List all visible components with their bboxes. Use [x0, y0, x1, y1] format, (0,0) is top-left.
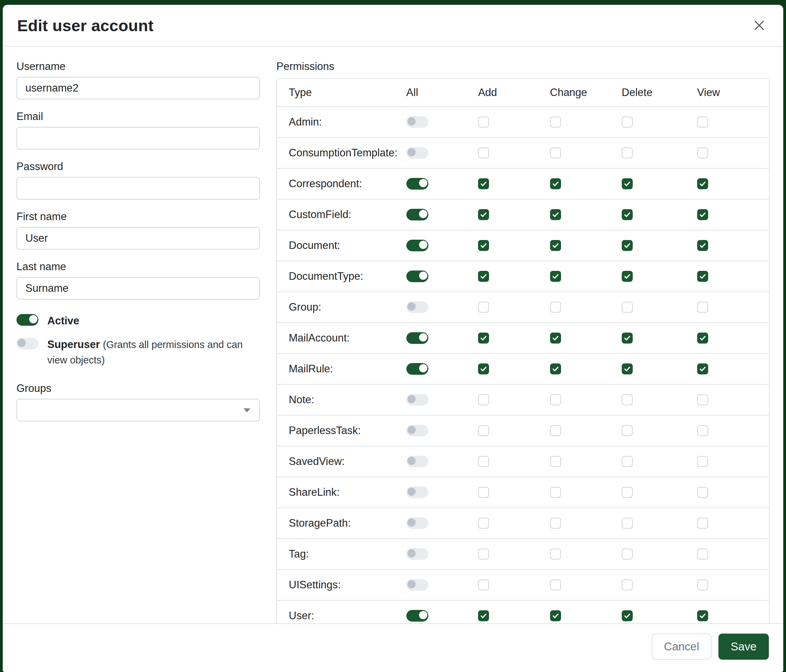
permission-change-checkbox[interactable]: [550, 271, 561, 282]
permission-view-checkbox[interactable]: [697, 518, 708, 529]
permission-delete-checkbox[interactable]: [622, 487, 633, 498]
permission-all-toggle[interactable]: [406, 332, 428, 344]
permission-add-checkbox[interactable]: [478, 271, 489, 282]
permission-delete-checkbox[interactable]: [622, 456, 633, 467]
permission-view-checkbox[interactable]: [697, 549, 708, 559]
permission-delete-checkbox[interactable]: [622, 148, 633, 159]
permission-all-toggle[interactable]: [406, 456, 428, 467]
permission-view-checkbox[interactable]: [697, 148, 708, 159]
permission-add-checkbox[interactable]: [478, 456, 489, 467]
permission-view-checkbox[interactable]: [697, 394, 708, 405]
permission-view-checkbox[interactable]: [697, 333, 708, 344]
permissions-table: Type All Add Change Delete View Admin:: [277, 78, 770, 623]
permission-all-toggle[interactable]: [406, 548, 428, 560]
permission-all-toggle[interactable]: [406, 116, 428, 128]
permission-delete-checkbox[interactable]: [622, 363, 633, 374]
permission-delete-checkbox[interactable]: [622, 178, 633, 189]
permission-add-checkbox[interactable]: [478, 333, 489, 344]
permission-add-checkbox[interactable]: [478, 363, 489, 374]
permission-all-toggle[interactable]: [406, 147, 428, 159]
cancel-button[interactable]: Cancel: [652, 634, 712, 659]
permission-add-checkbox[interactable]: [478, 518, 489, 529]
password-input[interactable]: [16, 177, 260, 199]
permission-all-toggle[interactable]: [406, 270, 428, 282]
permission-change-checkbox[interactable]: [550, 333, 561, 344]
permission-add-checkbox[interactable]: [478, 209, 489, 220]
permission-add-checkbox[interactable]: [478, 240, 489, 251]
permission-delete-checkbox[interactable]: [622, 518, 633, 529]
permission-change-checkbox[interactable]: [550, 302, 561, 313]
permission-add-checkbox[interactable]: [478, 394, 489, 405]
permission-all-toggle[interactable]: [406, 487, 428, 498]
first-name-input[interactable]: [16, 227, 260, 250]
permission-change-checkbox[interactable]: [550, 456, 561, 467]
permission-change-checkbox[interactable]: [550, 487, 561, 498]
permission-view-checkbox[interactable]: [697, 240, 708, 251]
permission-change-checkbox[interactable]: [550, 518, 561, 529]
permission-all-toggle[interactable]: [406, 394, 428, 406]
permission-delete-checkbox[interactable]: [622, 240, 633, 251]
permission-delete-checkbox[interactable]: [622, 271, 633, 282]
last-name-input[interactable]: [16, 277, 260, 300]
permission-change-checkbox[interactable]: [550, 394, 561, 405]
permission-delete-checkbox[interactable]: [622, 302, 633, 313]
permission-change-checkbox[interactable]: [550, 610, 561, 621]
permission-add-checkbox[interactable]: [478, 425, 489, 436]
permission-change-checkbox[interactable]: [550, 579, 561, 590]
permission-add-checkbox[interactable]: [478, 178, 489, 189]
permission-view-checkbox[interactable]: [697, 209, 708, 220]
permission-delete-checkbox[interactable]: [622, 333, 633, 344]
permission-add-checkbox[interactable]: [478, 579, 489, 590]
permission-change-checkbox[interactable]: [550, 363, 561, 374]
permission-view-checkbox[interactable]: [697, 363, 708, 374]
permission-all-toggle[interactable]: [406, 425, 428, 436]
permission-change-checkbox[interactable]: [550, 240, 561, 251]
permission-all-toggle[interactable]: [406, 610, 428, 622]
permission-view-checkbox[interactable]: [697, 579, 708, 590]
permission-all-toggle[interactable]: [406, 240, 428, 251]
permission-all-toggle[interactable]: [406, 363, 428, 375]
permission-add-checkbox[interactable]: [478, 302, 489, 313]
permission-change-checkbox[interactable]: [550, 209, 561, 220]
permission-view-checkbox[interactable]: [697, 116, 708, 127]
user-form: Username Email Password First name Last …: [16, 60, 260, 617]
permission-add-checkbox[interactable]: [478, 116, 489, 127]
permission-view-checkbox[interactable]: [697, 425, 708, 436]
email-input[interactable]: [16, 127, 260, 149]
permission-change-checkbox[interactable]: [550, 116, 561, 127]
permission-all-toggle[interactable]: [406, 301, 428, 313]
check-icon: [623, 612, 631, 620]
superuser-toggle[interactable]: [16, 338, 38, 349]
permission-all-toggle[interactable]: [406, 209, 428, 220]
permission-view-checkbox[interactable]: [697, 178, 708, 189]
permission-add-checkbox[interactable]: [478, 487, 489, 498]
username-input[interactable]: [16, 77, 260, 99]
groups-select[interactable]: [16, 399, 260, 421]
permission-change-checkbox[interactable]: [550, 549, 561, 559]
permission-view-checkbox[interactable]: [697, 456, 708, 467]
permission-view-checkbox[interactable]: [697, 271, 708, 282]
permission-delete-checkbox[interactable]: [622, 209, 633, 220]
permission-delete-checkbox[interactable]: [622, 394, 633, 405]
permission-delete-checkbox[interactable]: [622, 549, 633, 559]
permission-delete-checkbox[interactable]: [622, 425, 633, 436]
close-button[interactable]: [750, 16, 769, 35]
permission-add-checkbox[interactable]: [478, 549, 489, 559]
active-toggle[interactable]: [16, 314, 38, 326]
permission-add-checkbox[interactable]: [478, 610, 489, 621]
permission-view-checkbox[interactable]: [697, 302, 708, 313]
check-icon: [552, 334, 559, 342]
permission-all-toggle[interactable]: [406, 517, 428, 529]
permission-delete-checkbox[interactable]: [622, 610, 633, 621]
permission-change-checkbox[interactable]: [550, 148, 561, 159]
permission-all-toggle[interactable]: [406, 178, 428, 190]
permission-change-checkbox[interactable]: [550, 425, 561, 436]
permission-delete-checkbox[interactable]: [622, 116, 633, 127]
permission-change-checkbox[interactable]: [550, 178, 561, 189]
permission-delete-checkbox[interactable]: [622, 579, 633, 590]
permission-view-checkbox[interactable]: [697, 487, 708, 498]
permission-add-checkbox[interactable]: [478, 148, 489, 159]
permission-all-toggle[interactable]: [406, 579, 428, 591]
permission-view-checkbox[interactable]: [697, 610, 708, 621]
save-button[interactable]: Save: [718, 634, 769, 659]
